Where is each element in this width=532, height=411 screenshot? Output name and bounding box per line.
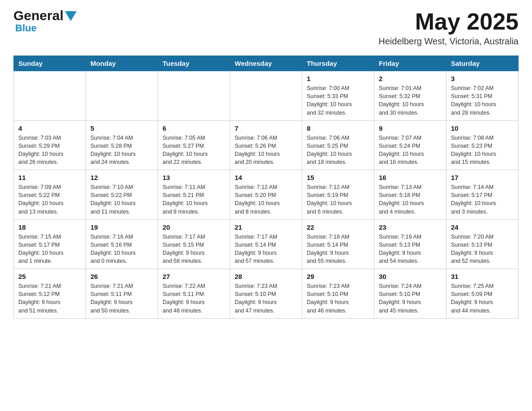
day-info: Sunrise: 7:12 AM Sunset: 5:19 PM Dayligh… [307,183,369,216]
calendar-cell: 24Sunrise: 7:20 AM Sunset: 5:13 PM Dayli… [446,219,519,269]
calendar-cell: 5Sunrise: 7:04 AM Sunset: 5:28 PM Daylig… [86,120,158,170]
day-number: 3 [451,75,514,82]
logo-arrow-icon [65,11,77,21]
calendar-cell [158,71,230,121]
day-info: Sunrise: 7:15 AM Sunset: 5:17 PM Dayligh… [18,233,81,265]
calendar-cell: 9Sunrise: 7:07 AM Sunset: 5:24 PM Daylig… [374,120,446,170]
day-info: Sunrise: 7:14 AM Sunset: 5:17 PM Dayligh… [451,183,514,216]
day-info: Sunrise: 7:21 AM Sunset: 5:11 PM Dayligh… [90,282,153,315]
calendar-cell: 11Sunrise: 7:09 AM Sunset: 5:22 PM Dayli… [14,170,86,220]
week-row-2: 4Sunrise: 7:03 AM Sunset: 5:29 PM Daylig… [14,120,519,170]
calendar-cell: 15Sunrise: 7:12 AM Sunset: 5:19 PM Dayli… [302,170,374,220]
day-number: 24 [451,223,514,231]
day-number: 8 [307,124,369,132]
calendar-cell: 10Sunrise: 7:08 AM Sunset: 5:23 PM Dayli… [446,120,519,170]
page-header: General Blue May 2025 Heidelberg West, V… [13,9,519,47]
calendar-body: 1Sunrise: 7:00 AM Sunset: 5:33 PM Daylig… [14,71,519,319]
day-info: Sunrise: 7:17 AM Sunset: 5:14 PM Dayligh… [235,233,297,265]
day-info: Sunrise: 7:16 AM Sunset: 5:16 PM Dayligh… [90,233,153,265]
day-number: 20 [163,223,225,231]
day-info: Sunrise: 7:21 AM Sunset: 5:12 PM Dayligh… [18,282,81,315]
title-block: May 2025 Heidelberg West, Victoria, Aust… [378,9,519,47]
day-info: Sunrise: 7:06 AM Sunset: 5:26 PM Dayligh… [235,134,297,167]
month-year-title: May 2025 [378,9,519,34]
day-number: 14 [235,174,297,181]
week-row-3: 11Sunrise: 7:09 AM Sunset: 5:22 PM Dayli… [14,170,519,220]
day-info: Sunrise: 7:09 AM Sunset: 5:22 PM Dayligh… [18,183,81,216]
day-number: 4 [18,124,81,132]
day-number: 1 [307,75,369,82]
calendar-cell [86,71,158,121]
day-number: 5 [90,124,153,132]
day-header-saturday: Saturday [446,56,519,71]
days-of-week-row: SundayMondayTuesdayWednesdayThursdayFrid… [14,56,519,71]
calendar-cell: 27Sunrise: 7:22 AM Sunset: 5:11 PM Dayli… [158,269,230,319]
svg-marker-0 [65,11,77,21]
day-number: 25 [18,273,81,280]
calendar-cell: 23Sunrise: 7:19 AM Sunset: 5:13 PM Dayli… [374,219,446,269]
day-info: Sunrise: 7:12 AM Sunset: 5:20 PM Dayligh… [235,183,297,216]
day-number: 29 [307,273,369,280]
logo-top: General [13,9,77,22]
calendar-cell: 29Sunrise: 7:23 AM Sunset: 5:10 PM Dayli… [302,269,374,319]
day-number: 2 [379,75,442,82]
week-row-5: 25Sunrise: 7:21 AM Sunset: 5:12 PM Dayli… [14,269,519,319]
day-info: Sunrise: 7:05 AM Sunset: 5:27 PM Dayligh… [163,134,225,167]
day-number: 19 [90,223,153,231]
day-number: 15 [307,174,369,181]
day-info: Sunrise: 7:11 AM Sunset: 5:21 PM Dayligh… [163,183,225,216]
calendar-cell: 25Sunrise: 7:21 AM Sunset: 5:12 PM Dayli… [14,269,86,319]
calendar-cell: 2Sunrise: 7:01 AM Sunset: 5:32 PM Daylig… [374,71,446,121]
day-header-thursday: Thursday [302,56,374,71]
calendar-cell: 30Sunrise: 7:24 AM Sunset: 5:10 PM Dayli… [374,269,446,319]
day-info: Sunrise: 7:07 AM Sunset: 5:24 PM Dayligh… [379,134,442,167]
day-number: 23 [379,223,442,231]
day-number: 11 [18,174,81,181]
day-number: 27 [163,273,225,280]
day-number: 7 [235,124,297,132]
day-number: 13 [163,174,225,181]
day-number: 31 [451,273,514,280]
calendar-table: SundayMondayTuesdayWednesdayThursdayFrid… [13,56,519,319]
calendar-cell: 14Sunrise: 7:12 AM Sunset: 5:20 PM Dayli… [230,170,302,220]
day-info: Sunrise: 7:18 AM Sunset: 5:14 PM Dayligh… [307,233,369,265]
calendar-cell: 19Sunrise: 7:16 AM Sunset: 5:16 PM Dayli… [86,219,158,269]
calendar-cell: 13Sunrise: 7:11 AM Sunset: 5:21 PM Dayli… [158,170,230,220]
day-info: Sunrise: 7:06 AM Sunset: 5:25 PM Dayligh… [307,134,369,167]
calendar-cell [14,71,86,121]
calendar-cell: 16Sunrise: 7:13 AM Sunset: 5:18 PM Dayli… [374,170,446,220]
calendar-cell: 1Sunrise: 7:00 AM Sunset: 5:33 PM Daylig… [302,71,374,121]
day-header-sunday: Sunday [14,56,86,71]
calendar-cell: 6Sunrise: 7:05 AM Sunset: 5:27 PM Daylig… [158,120,230,170]
day-info: Sunrise: 7:25 AM Sunset: 5:09 PM Dayligh… [451,282,514,315]
calendar-cell: 18Sunrise: 7:15 AM Sunset: 5:17 PM Dayli… [14,219,86,269]
calendar-cell: 20Sunrise: 7:17 AM Sunset: 5:15 PM Dayli… [158,219,230,269]
day-info: Sunrise: 7:22 AM Sunset: 5:11 PM Dayligh… [163,282,225,315]
day-info: Sunrise: 7:02 AM Sunset: 5:31 PM Dayligh… [451,84,514,117]
day-header-monday: Monday [86,56,158,71]
calendar-cell: 31Sunrise: 7:25 AM Sunset: 5:09 PM Dayli… [446,269,519,319]
location-subtitle: Heidelberg West, Victoria, Australia [378,36,519,47]
calendar-cell: 7Sunrise: 7:06 AM Sunset: 5:26 PM Daylig… [230,120,302,170]
day-number: 10 [451,124,514,132]
logo: General Blue [13,9,77,34]
calendar-cell: 28Sunrise: 7:23 AM Sunset: 5:10 PM Dayli… [230,269,302,319]
day-info: Sunrise: 7:13 AM Sunset: 5:18 PM Dayligh… [379,183,442,216]
day-number: 28 [235,273,297,280]
day-info: Sunrise: 7:08 AM Sunset: 5:23 PM Dayligh… [451,134,514,167]
day-number: 6 [163,124,225,132]
day-info: Sunrise: 7:19 AM Sunset: 5:13 PM Dayligh… [379,233,442,265]
day-number: 12 [90,174,153,181]
calendar-cell: 12Sunrise: 7:10 AM Sunset: 5:22 PM Dayli… [86,170,158,220]
day-info: Sunrise: 7:00 AM Sunset: 5:33 PM Dayligh… [307,84,369,117]
calendar-cell: 22Sunrise: 7:18 AM Sunset: 5:14 PM Dayli… [302,219,374,269]
calendar-cell: 17Sunrise: 7:14 AM Sunset: 5:17 PM Dayli… [446,170,519,220]
day-header-friday: Friday [374,56,446,71]
logo-blue-text: Blue [15,22,77,34]
calendar-cell [230,71,302,121]
calendar-cell: 26Sunrise: 7:21 AM Sunset: 5:11 PM Dayli… [86,269,158,319]
day-info: Sunrise: 7:23 AM Sunset: 5:10 PM Dayligh… [307,282,369,315]
day-info: Sunrise: 7:20 AM Sunset: 5:13 PM Dayligh… [451,233,514,265]
calendar-cell: 4Sunrise: 7:03 AM Sunset: 5:29 PM Daylig… [14,120,86,170]
day-number: 18 [18,223,81,231]
